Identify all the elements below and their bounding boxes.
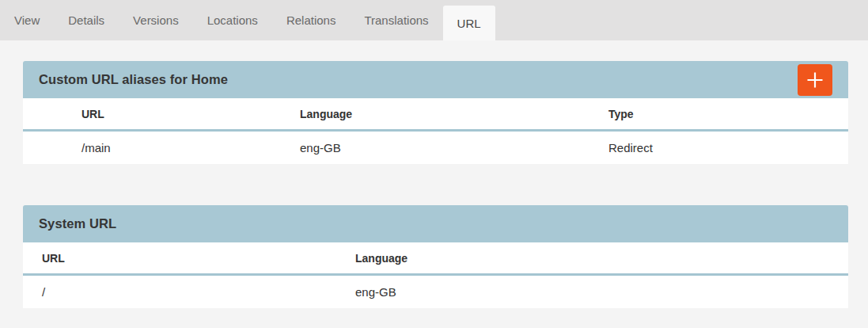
custom-url-aliases-header: Custom URL aliases for Home [23, 61, 848, 98]
tab-versions[interactable]: Versions [119, 0, 193, 40]
column-header-type: Type [608, 108, 848, 120]
system-url-table: URL Language / eng-GB [23, 242, 848, 308]
column-header-url: URL [42, 252, 355, 265]
custom-url-aliases-table: URL Language Type /main eng-GB Redirect [23, 98, 848, 164]
tab-details[interactable]: Details [54, 0, 119, 40]
tab-relations[interactable]: Relations [272, 0, 351, 40]
table-header-row: URL Language Type [23, 98, 848, 132]
url-tab-content: Custom URL aliases for Home URL Language… [23, 61, 848, 308]
column-header-url: URL [81, 108, 300, 120]
plus-icon [805, 71, 824, 90]
system-url-header: System URL [23, 205, 848, 242]
alias-url-cell: /main [81, 141, 300, 154]
table-row: / eng-GB [23, 276, 848, 308]
alias-language-cell: eng-GB [300, 141, 608, 154]
column-header-language: Language [355, 252, 848, 265]
content-tab-bar: View Details Versions Locations Relation… [0, 0, 868, 40]
system-url-cell: / [42, 285, 355, 299]
tab-translations[interactable]: Translations [350, 0, 442, 40]
system-url-title: System URL [39, 216, 116, 231]
table-row: /main eng-GB Redirect [23, 132, 848, 164]
system-language-cell: eng-GB [355, 285, 848, 299]
add-url-alias-button[interactable] [798, 64, 832, 96]
system-url-section: System URL URL Language / eng-GB [23, 205, 848, 308]
custom-url-aliases-section: Custom URL aliases for Home URL Language… [23, 61, 848, 164]
tab-locations[interactable]: Locations [193, 0, 272, 40]
column-header-language: Language [300, 108, 608, 120]
table-header-row: URL Language [23, 242, 848, 276]
tab-view[interactable]: View [0, 0, 54, 40]
alias-type-cell: Redirect [608, 141, 848, 154]
tab-url[interactable]: URL [443, 6, 495, 40]
custom-url-aliases-title: Custom URL aliases for Home [39, 72, 228, 87]
